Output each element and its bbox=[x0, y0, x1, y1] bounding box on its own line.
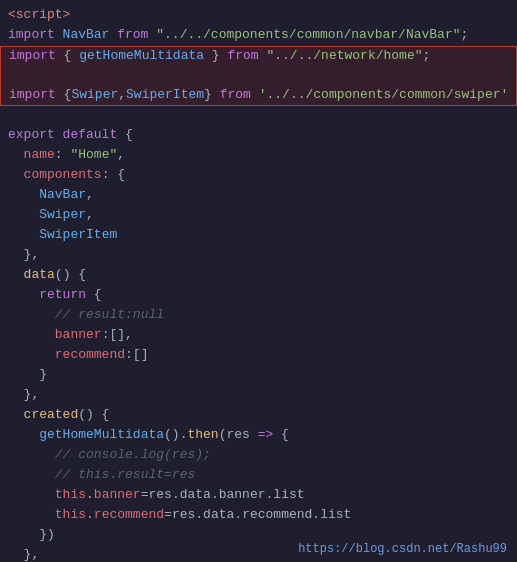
code-line-25: this.banner=res.data.banner.list bbox=[0, 486, 517, 506]
code-line-20: }, bbox=[0, 386, 517, 406]
code-line-9: components: { bbox=[0, 166, 517, 186]
code-line-11: Swiper, bbox=[0, 206, 517, 226]
code-line-2: import NavBar from "../../components/com… bbox=[0, 26, 517, 46]
code-line-19: } bbox=[0, 366, 517, 386]
code-line-13: }, bbox=[0, 246, 517, 266]
code-line-6 bbox=[0, 106, 517, 126]
code-line-4 bbox=[0, 66, 517, 86]
code-line-7: export default { bbox=[0, 126, 517, 146]
url-bar: https://blog.csdn.net/Rashu99 bbox=[298, 542, 507, 556]
code-line-15: return { bbox=[0, 286, 517, 306]
code-line-5: import {Swiper,SwiperItem} from '../../c… bbox=[0, 86, 517, 106]
code-line-22: getHomeMultidata().then(res => { bbox=[0, 426, 517, 446]
code-container: <script> import NavBar from "../../compo… bbox=[0, 0, 517, 562]
code-line-10: NavBar, bbox=[0, 186, 517, 206]
code-line-1: <script> bbox=[0, 6, 517, 26]
tag-script: <script> bbox=[8, 7, 70, 22]
code-line-8: name: "Home", bbox=[0, 146, 517, 166]
url-text: https://blog.csdn.net/Rashu99 bbox=[298, 542, 507, 556]
code-line-3: import { getHomeMultidata } from "../../… bbox=[0, 46, 517, 66]
code-line-16: // result:null bbox=[0, 306, 517, 326]
code-line-23: // console.log(res); bbox=[0, 446, 517, 466]
code-line-21: created() { bbox=[0, 406, 517, 426]
code-line-14: data() { bbox=[0, 266, 517, 286]
code-line-18: recommend:[] bbox=[0, 346, 517, 366]
code-line-17: banner:[], bbox=[0, 326, 517, 346]
code-line-12: SwiperItem bbox=[0, 226, 517, 246]
code-line-26: this.recommend=res.data.recommend.list bbox=[0, 506, 517, 526]
code-line-24: // this.result=res bbox=[0, 466, 517, 486]
